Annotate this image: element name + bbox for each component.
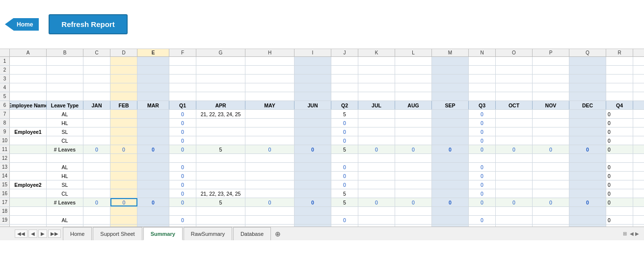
tab-rawsummary[interactable]: RawSummary: [184, 227, 232, 240]
row-number: 5: [0, 92, 10, 101]
cell: [83, 216, 110, 224]
cell: [358, 189, 395, 198]
cell: [169, 83, 196, 92]
tab-nav-last[interactable]: ▶▶: [48, 229, 61, 238]
tab-nav-first[interactable]: ◀◀: [15, 229, 27, 238]
cell: [196, 216, 245, 224]
add-sheet-button[interactable]: ⊕: [272, 227, 284, 240]
cell: AL: [47, 216, 83, 224]
col-l: L: [395, 49, 432, 56]
cell: [295, 172, 331, 180]
tab-nav-next[interactable]: ▶: [38, 229, 47, 238]
table-row: 17# Leaves0000500500000000: [0, 198, 644, 207]
cell: [245, 92, 295, 101]
cell: 0: [169, 110, 196, 118]
cell: [533, 57, 569, 65]
table-row: 6Employee NameLeave TypeJANFEBMARQ1APRMA…: [0, 101, 644, 110]
cell: [533, 75, 569, 83]
cell: [569, 75, 606, 83]
cell: 0: [83, 145, 110, 153]
cell: [196, 119, 245, 127]
row-number: 10: [0, 136, 10, 145]
cell: [331, 92, 358, 101]
cell: [569, 207, 606, 215]
cell: [533, 92, 569, 101]
cell: [83, 163, 110, 171]
cell: [245, 66, 295, 74]
cell: 0: [137, 198, 169, 206]
cell: 0: [169, 180, 196, 189]
cell: [569, 110, 606, 118]
tab-summary[interactable]: Summary: [143, 227, 183, 240]
cell: Q2: [331, 101, 358, 109]
cell: [83, 127, 110, 136]
cell: [83, 136, 110, 145]
table-row: 12: [0, 154, 644, 163]
col-k: K: [358, 49, 395, 56]
cell: [331, 66, 358, 74]
tab-home[interactable]: Home: [63, 227, 92, 240]
rows-container: 123456Employee NameLeave TypeJANFEBMARQ1…: [0, 57, 644, 227]
cell: [137, 216, 169, 224]
row-number: 7: [0, 110, 10, 118]
cell: [358, 136, 395, 145]
cell: [10, 92, 47, 101]
cell: [196, 83, 245, 92]
cell: Employee2: [10, 180, 47, 189]
cell: 0: [606, 172, 633, 180]
refresh-button[interactable]: Refresh Report: [49, 14, 127, 34]
cell: [137, 66, 169, 74]
cell: SL: [47, 180, 83, 189]
col-q: Q: [569, 49, 606, 56]
cell: [245, 119, 295, 127]
cell: [395, 127, 432, 136]
cell: 0: [469, 216, 496, 224]
cell: [245, 75, 295, 83]
cell: 0: [533, 198, 569, 206]
cell: [358, 127, 395, 136]
cell: [358, 110, 395, 118]
cell: [245, 136, 295, 145]
cell: 0: [358, 198, 395, 206]
cell: 0: [469, 180, 496, 189]
cell: [496, 92, 533, 101]
cell: [533, 66, 569, 74]
cell: [295, 92, 331, 101]
cell: [569, 172, 606, 180]
cell: [432, 136, 469, 145]
cell: 0: [469, 110, 496, 118]
home-button[interactable]: Home: [5, 18, 39, 31]
cell: 0: [331, 216, 358, 224]
cell: [432, 57, 469, 65]
col-j: J: [331, 49, 358, 56]
cell: 0: [533, 145, 569, 153]
cell: [196, 163, 245, 171]
cell: 0: [169, 136, 196, 145]
cell: [569, 180, 606, 189]
cell: [295, 66, 331, 74]
cell: [432, 83, 469, 92]
cell: [358, 180, 395, 189]
cell: [196, 136, 245, 145]
cell: [432, 163, 469, 171]
cell: 0: [295, 145, 331, 153]
tab-database[interactable]: Database: [233, 227, 271, 240]
cell: 0: [606, 216, 633, 224]
cell: [110, 57, 137, 65]
cell: [469, 66, 496, 74]
cell: [295, 189, 331, 198]
cell: [395, 189, 432, 198]
cell: 0: [110, 198, 137, 206]
cell: [496, 110, 533, 118]
tab-nav-prev[interactable]: ◀: [28, 229, 37, 238]
cell: [358, 92, 395, 101]
tab-support-sheet[interactable]: Support Sheet: [93, 227, 142, 240]
cell: [469, 154, 496, 162]
cell: [606, 92, 633, 101]
cell: [533, 163, 569, 171]
cell: [496, 136, 533, 145]
cell: MAR: [137, 101, 169, 109]
cell: [47, 207, 83, 215]
cell: [395, 216, 432, 224]
cell: [496, 154, 533, 162]
